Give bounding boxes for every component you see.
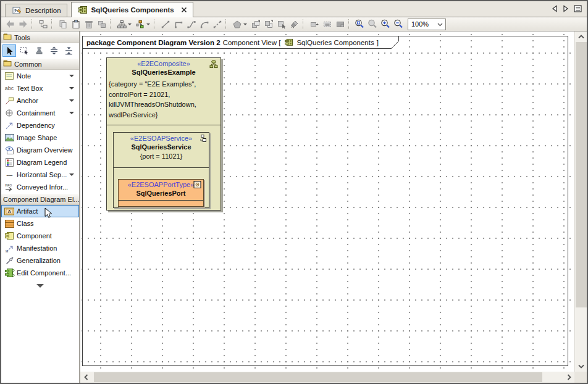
scroll-right-button[interactable] [563, 372, 574, 383]
zoom-out-icon[interactable] [392, 19, 405, 30]
composite-component-shape[interactable]: «E2EComposite» SqlQueriesExample {catego… [106, 57, 221, 211]
compress-tool-button[interactable] [62, 44, 75, 57]
tab-description[interactable]: Description [5, 4, 67, 17]
palette-section-tools[interactable]: Tools [1, 31, 79, 43]
containment-tree-icon[interactable] [36, 19, 49, 30]
palette-item-diagram-overview[interactable]: Diagram Overview [1, 144, 79, 156]
palette-expand-button[interactable] [1, 284, 79, 288]
sticky-drawing-tool-button[interactable] [32, 44, 46, 57]
service-component-shape[interactable]: «E2ESOAPService» SqlQueriesService {port… [113, 132, 209, 208]
palette-item-generalization[interactable]: Generalization [1, 254, 79, 267]
palette-item-containment[interactable]: Containment [1, 107, 79, 119]
palette-item-text-box[interactable]: abc Text Box [1, 82, 79, 94]
quick-layout-caret[interactable] [128, 23, 132, 25]
port-type-shape[interactable]: «E2ESOAPPortType» SqlQueriesPort [118, 179, 204, 207]
item-label: Containment [17, 109, 55, 117]
selection-tool-button[interactable] [2, 44, 16, 57]
quick-layout-icon[interactable] [115, 19, 128, 30]
svg-text:A: A [8, 209, 12, 214]
scroll-left-button[interactable] [80, 372, 91, 383]
palette-item-diagram-legend[interactable]: Diagram Legend [1, 156, 79, 169]
send-to-back-icon[interactable] [262, 19, 275, 30]
compartment-divider [114, 167, 209, 168]
palette-item-component[interactable]: Component [1, 230, 79, 242]
palette-item-edit-component[interactable]: Edit Component... [1, 267, 79, 279]
palette-item-manifestation[interactable]: M Manifestation [1, 242, 79, 254]
element-name: SqlQueriesService [114, 142, 209, 151]
tab-navigation [552, 5, 582, 12]
fit-in-window-icon[interactable] [353, 19, 366, 30]
svg-text:INFO: INFO [5, 184, 12, 187]
copy-style-icon[interactable] [95, 19, 108, 30]
zoom-selection-icon[interactable] [366, 19, 379, 30]
palette-section-common[interactable]: Common [1, 58, 79, 70]
next-diagram-icon[interactable] [563, 5, 569, 12]
zoom-in-icon[interactable] [379, 19, 392, 30]
diagram-frame[interactable]: package Component Diagram Version 2 Comp… [82, 36, 568, 366]
rectilinear-path-icon[interactable] [172, 19, 185, 30]
horizontal-scroll-thumb[interactable] [94, 372, 542, 382]
scroll-up-button[interactable] [576, 31, 587, 42]
palette-item-conveyed-information[interactable]: INFO Conveyed Infor... [1, 181, 79, 193]
palette-item-note[interactable]: Note [1, 70, 79, 82]
scroll-down-button[interactable] [576, 361, 587, 372]
item-label: Class [17, 220, 34, 227]
palette-section-component-diagram-elements[interactable]: Component Diagram El... [1, 193, 79, 205]
chevron-down-icon[interactable] [69, 87, 74, 90]
chevron-down-icon[interactable] [69, 99, 74, 102]
zoom-level-combobox[interactable]: 100% [408, 19, 446, 30]
distribute-tool-button[interactable] [47, 44, 61, 57]
component-element-icon [4, 232, 15, 240]
containment-icon [4, 109, 15, 117]
palette-item-anchor[interactable]: Anchor [1, 94, 79, 107]
previous-diagram-icon[interactable] [552, 5, 558, 12]
item-label: Dependency [17, 122, 55, 129]
paste-icon[interactable] [69, 19, 82, 30]
palette-item-artifact[interactable]: A Artifact [1, 205, 79, 217]
same-height-icon[interactable] [321, 19, 334, 30]
clean-diagram-icon[interactable] [288, 19, 301, 30]
marquee-selection-tool-button[interactable] [17, 44, 31, 57]
back-icon[interactable] [4, 19, 17, 30]
chevron-down-icon[interactable] [69, 112, 74, 114]
palette-item-horizontal-separator[interactable]: ---- Horizontal Sep... [1, 169, 79, 181]
diagram-list-icon[interactable] [574, 5, 582, 12]
chevron-down-icon[interactable] [69, 173, 74, 176]
diagram-frame-header[interactable]: package Component Diagram Version 2 Comp… [82, 36, 399, 49]
diagram-canvas[interactable]: package Component Diagram Version 2 Comp… [80, 31, 574, 372]
description-icon [11, 7, 22, 15]
legend-icon [4, 158, 15, 167]
toolbar-separator [348, 19, 351, 29]
frame-title-name: SqlQueries Components [296, 39, 374, 46]
forward-icon[interactable] [17, 19, 30, 30]
same-size-icon[interactable] [334, 19, 346, 30]
diagram-palette: Tools Common Note abc Text Box [1, 31, 80, 383]
folder-icon [3, 60, 12, 68]
select-in-contour-icon[interactable] [275, 19, 288, 30]
palette-item-dependency[interactable]: Dependency [1, 119, 79, 131]
palette-item-class[interactable]: Class [1, 217, 79, 230]
show-shapes-icon[interactable] [230, 19, 243, 30]
chevron-down-icon[interactable] [69, 75, 74, 77]
bring-to-front-icon[interactable] [249, 19, 262, 30]
oblique-path-icon[interactable] [185, 19, 198, 30]
artifact-icon: A [4, 207, 15, 215]
autosize-icon[interactable] [308, 19, 321, 30]
route-paths-caret[interactable] [146, 23, 150, 25]
copy-icon[interactable] [56, 19, 69, 30]
straight-path-icon[interactable] [159, 19, 172, 30]
route-paths-icon[interactable] [133, 19, 146, 30]
palette-item-image-shape[interactable]: Image Shape [1, 131, 79, 144]
vertical-scrollbar [574, 31, 587, 372]
vertical-scroll-thumb[interactable] [576, 42, 587, 307]
close-icon[interactable] [181, 7, 187, 13]
frame-title-bracket: ] [377, 39, 379, 46]
stereotype-label: «E2ESOAPPortType» [119, 180, 203, 188]
curved-path-icon[interactable] [198, 19, 211, 30]
tab-sqlqueries-components[interactable]: SqlQueries Components [71, 2, 193, 17]
delete-icon[interactable] [82, 19, 95, 30]
splined-path-icon[interactable] [211, 19, 224, 30]
item-label: Text Box [17, 85, 43, 92]
diagram-tab-bar: Description SqlQueries Components [1, 1, 587, 17]
show-shapes-caret[interactable] [243, 23, 247, 25]
